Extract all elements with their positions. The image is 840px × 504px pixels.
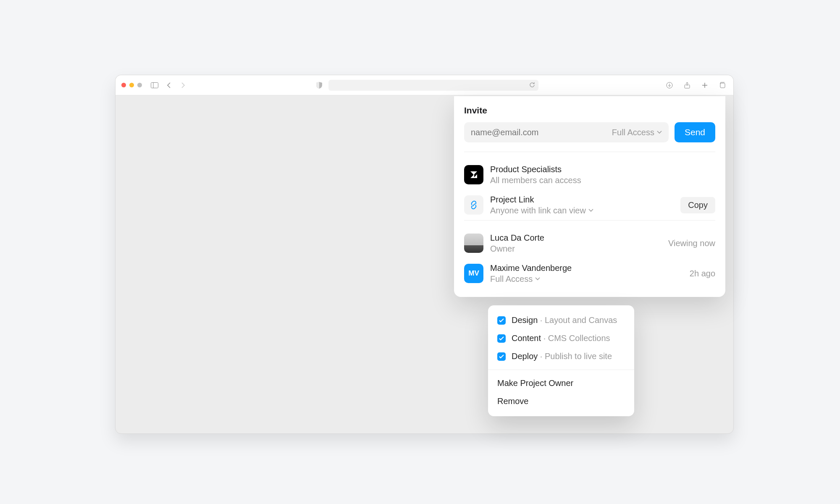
zoom-icon[interactable] xyxy=(137,83,142,87)
chevron-down-icon xyxy=(535,277,540,281)
invite-role-label: Full Access xyxy=(612,128,654,137)
member-status: 2h ago xyxy=(690,269,715,278)
team-row: Product Specialists All members can acce… xyxy=(464,160,715,190)
plus-icon[interactable] xyxy=(700,80,710,90)
share-icon[interactable] xyxy=(682,80,692,90)
invite-email-input[interactable] xyxy=(471,128,608,137)
team-sub: All members can access xyxy=(490,175,715,186)
svg-rect-0 xyxy=(151,82,158,88)
team-name: Product Specialists xyxy=(490,164,715,175)
member-role-select[interactable]: Full Access xyxy=(490,273,683,284)
sidebar-toggle-icon[interactable] xyxy=(150,80,160,90)
avatar: MV xyxy=(464,264,483,283)
invite-role-select[interactable]: Full Access xyxy=(612,128,662,137)
back-icon[interactable] xyxy=(164,80,174,90)
permission-label: Deploy xyxy=(512,352,538,361)
permission-detail: Publish to live site xyxy=(545,352,612,361)
copy-link-button[interactable]: Copy xyxy=(680,197,715,213)
download-icon[interactable] xyxy=(664,80,675,90)
member-row: Luca Da Corte Owner Viewing now xyxy=(464,228,715,258)
forward-icon[interactable] xyxy=(178,80,188,90)
chevron-down-icon xyxy=(588,209,593,212)
project-link-row: Project Link Anyone with link can view C… xyxy=(464,190,715,220)
link-icon xyxy=(464,195,483,215)
permission-option-content[interactable]: Content · CMS Collections xyxy=(488,329,634,347)
permission-label: Content xyxy=(512,333,541,343)
permission-detail: CMS Collections xyxy=(548,333,610,343)
member-name: Luca Da Corte xyxy=(490,232,662,243)
minimize-icon[interactable] xyxy=(129,83,134,87)
permission-detail: Layout and Canvas xyxy=(545,315,617,325)
address-bar[interactable] xyxy=(328,80,538,91)
checkbox-checked-icon xyxy=(497,334,506,343)
invite-popover: Invite Full Access Send Product Speciali… xyxy=(454,96,725,297)
team-logo-icon xyxy=(464,165,483,184)
chevron-down-icon xyxy=(657,131,662,134)
member-name: Maxime Vandenberge xyxy=(490,262,683,273)
remove-member-button[interactable]: Remove xyxy=(488,392,634,410)
browser-window: Invite Full Access Send Product Speciali… xyxy=(115,75,734,434)
invite-title: Invite xyxy=(464,105,715,116)
permission-option-design[interactable]: Design · Layout and Canvas xyxy=(488,311,634,329)
link-title: Project Link xyxy=(490,194,674,205)
link-access-label: Anyone with link can view xyxy=(490,205,586,216)
titlebar xyxy=(116,75,733,95)
member-row: MV Maxime Vandenberge Full Access 2h ago xyxy=(464,258,715,289)
member-role-label: Full Access xyxy=(490,273,533,284)
permissions-dropdown: Design · Layout and Canvas Content · CMS… xyxy=(488,305,634,416)
tabs-icon[interactable] xyxy=(717,80,727,90)
avatar xyxy=(464,234,483,253)
checkbox-checked-icon xyxy=(497,352,506,361)
permission-option-deploy[interactable]: Deploy · Publish to live site xyxy=(488,347,634,365)
make-owner-button[interactable]: Make Project Owner xyxy=(488,374,634,392)
shield-icon[interactable] xyxy=(314,80,324,90)
member-role: Owner xyxy=(490,243,662,254)
svg-rect-4 xyxy=(720,83,725,88)
close-icon[interactable] xyxy=(121,83,126,87)
link-access-select[interactable]: Anyone with link can view xyxy=(490,205,674,216)
checkbox-checked-icon xyxy=(497,316,506,325)
refresh-icon[interactable] xyxy=(529,82,535,88)
send-button[interactable]: Send xyxy=(675,122,715,142)
traffic-lights xyxy=(121,83,142,87)
permission-label: Design xyxy=(512,315,538,325)
invite-input-wrap: Full Access xyxy=(464,122,669,142)
member-status: Viewing now xyxy=(668,239,715,248)
